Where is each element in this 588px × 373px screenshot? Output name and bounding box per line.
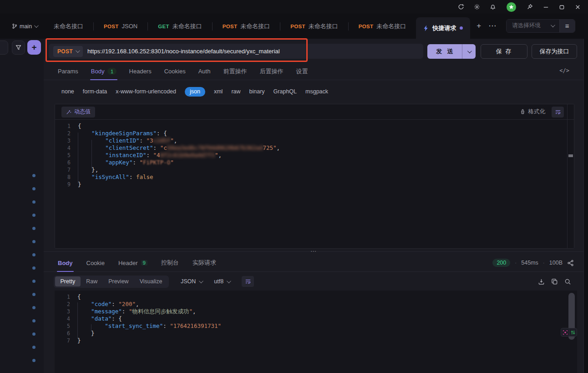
mode-preview[interactable]: Preview [103,276,134,286]
close-icon[interactable] [572,2,583,12]
sidebar-request-dot[interactable] [32,359,35,362]
tab-pre-processors[interactable]: 前置操作 [223,63,247,80]
new-tab-button[interactable]: + [476,22,481,30]
tab-bar: main 未命名接口 POST JSON GET 未命名接口 POST 未命名接… [0,14,588,39]
resp-tab-actual-request[interactable]: 实际请求 [193,254,216,271]
generate-code-icon[interactable]: </> [559,67,569,74]
branch-selector[interactable]: main [0,14,44,39]
maximize-icon[interactable] [556,2,568,12]
body-type-none[interactable]: none [61,88,74,95]
url-input[interactable]: POST https://192.168.106.252:8301/noco-i… [49,44,423,59]
response-scrollbar[interactable] [568,291,575,351]
splitter-handle[interactable]: ⋯ [310,248,317,255]
download-icon[interactable] [538,278,545,285]
sidebar-request-dot[interactable] [32,280,35,283]
response-body-viewer[interactable]: 1{2 "code": "200",3 "message": "物料信息同步触发… [55,291,577,373]
copy-icon[interactable] [551,278,558,285]
tab-auth[interactable]: Auth [198,63,211,80]
editor-toolbar: 动态值 格式化 [55,104,574,120]
sidebar-request-dot[interactable] [32,227,35,230]
request-body-editor[interactable]: 动态值 格式化 1{2 "kingdeeSignParams": {3 "cli… [55,104,574,249]
sidebar-request-dot[interactable] [32,200,35,204]
body-type-selector: none form-data x-www-form-urlencoded jso… [44,84,584,99]
body-type-graphql[interactable]: GraphQL [274,88,297,95]
tab-cookies[interactable]: Cookies [164,63,186,80]
resp-tab-body[interactable]: Body [58,254,73,271]
add-request-button[interactable]: + [27,40,41,55]
word-wrap-button[interactable] [552,107,564,118]
tab-quick-request-active[interactable]: 快捷请求 [416,17,470,39]
tab-body[interactable]: Body 1 [91,63,117,80]
body-type-json[interactable]: json [185,87,205,97]
settings-gear-icon[interactable] [471,2,483,12]
format-button[interactable]: 格式化 [520,108,546,116]
body-type-msgpack[interactable]: msgpack [305,88,328,95]
body-type-xml[interactable]: xml [214,88,223,95]
request-body-code[interactable]: 1{2 "kingdeeSignParams": {3 "clientID": … [55,120,574,188]
editor-scrollbar[interactable] [567,104,574,248]
capture-target-icon[interactable] [561,328,569,336]
tab-settings[interactable]: 设置 [296,63,308,80]
sidebar-request-dot[interactable] [32,187,35,190]
tab-post-unnamed-1[interactable]: POST 未命名接口 [213,14,280,39]
sidebar-request-dot[interactable] [32,214,35,217]
body-type-form-data[interactable]: form-data [83,88,107,95]
request-section-tabs: Params Body 1 Headers Cookies Auth 前置操作 … [44,63,584,80]
sidebar-search-input[interactable] [0,41,8,55]
filter-button[interactable] [12,41,25,55]
environment-menu-button[interactable]: ≡ [559,20,575,32]
mode-visualize[interactable]: Visualize [134,276,168,286]
request-url[interactable]: https://192.168.106.252:8301/noco-instan… [87,48,280,55]
send-button[interactable]: 发 送 [427,44,476,59]
response-body-code[interactable]: 1{2 "code": "200",3 "message": "物料信息同步触发… [55,291,577,344]
user-avatar[interactable] [507,2,516,12]
share-icon[interactable] [567,260,574,266]
pin-icon[interactable] [524,2,536,12]
tab-unnamed-1[interactable]: 未命名接口 [44,14,93,39]
resp-tab-header[interactable]: Header 9 [118,254,147,271]
columns-icon[interactable] [569,328,577,336]
sidebar-request-dot[interactable] [32,266,35,270]
dynamic-value-button[interactable]: 动态值 [61,107,95,118]
refresh-icon[interactable] [455,2,467,12]
clean-icon [520,109,526,115]
sidebar-request-dot[interactable] [32,346,35,349]
funnel-icon [15,45,21,51]
tab-post-unnamed-2[interactable]: POST 未命名接口 [280,14,348,39]
response-word-wrap-button[interactable] [242,276,254,287]
tab-headers[interactable]: Headers [129,63,152,80]
view-mode-segmented: Pretty Raw Preview Visualize [54,276,169,288]
save-as-api-button[interactable]: 保存为接口 [532,44,577,59]
send-options-button[interactable] [462,44,476,59]
pane-splitter[interactable]: ⋯ [44,251,584,252]
sidebar-request-dot[interactable] [32,174,35,177]
sidebar-request-dot[interactable] [32,306,35,309]
tab-post-processors[interactable]: 后置操作 [259,63,283,80]
mode-raw[interactable]: Raw [81,276,103,286]
body-type-urlencoded[interactable]: x-www-form-urlencoded [116,88,176,95]
body-type-raw[interactable]: raw [231,88,240,95]
minimize-icon[interactable] [540,2,552,12]
search-icon[interactable] [564,278,571,285]
resp-tab-console[interactable]: 控制台 [161,254,179,271]
sidebar-request-dot[interactable] [32,293,35,296]
mode-pretty[interactable]: Pretty [55,276,81,286]
more-tabs-button[interactable]: ⋯ [488,22,496,30]
body-type-binary[interactable]: binary [249,88,265,95]
language-select[interactable]: JSON [181,278,202,285]
sidebar-request-dot[interactable] [32,332,35,336]
environment-select[interactable]: 请选择环境 [507,20,559,32]
resp-tab-cookie[interactable]: Cookie [86,254,105,271]
encoding-select[interactable]: utf8 [214,278,230,285]
tab-params[interactable]: Params [58,63,78,80]
header-count-badge: 9 [141,260,147,266]
sidebar-request-dot[interactable] [32,240,35,243]
sidebar-request-dot[interactable] [32,319,35,322]
tab-post-unnamed-3[interactable]: POST 未命名接口 [349,14,416,39]
save-button[interactable]: 保 存 [481,44,527,59]
tab-post-json[interactable]: POST JSON [94,14,147,39]
method-select[interactable]: POST [53,46,83,57]
notifications-bell-icon[interactable] [487,2,499,12]
tab-get-unnamed[interactable]: GET 未命名接口 [148,14,212,39]
sidebar-request-dot[interactable] [32,253,35,256]
